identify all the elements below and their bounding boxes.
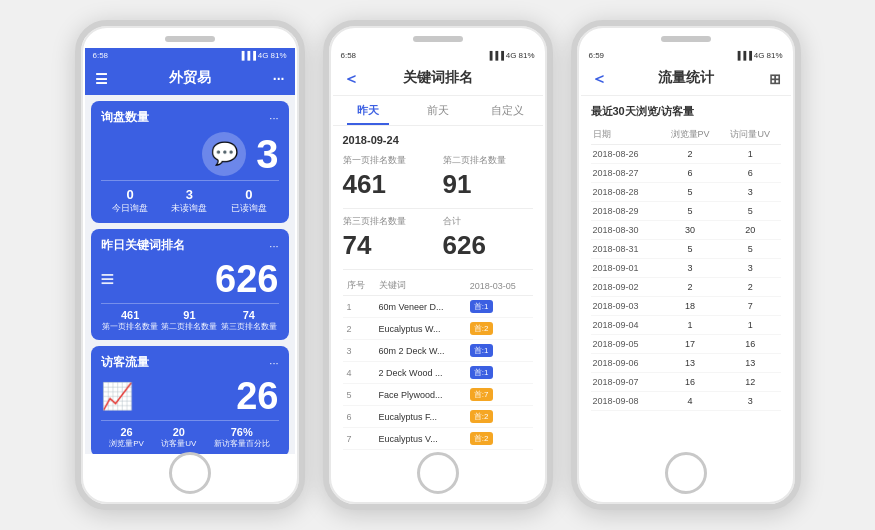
p3-section-title: 最近30天浏览/访客量 <box>591 104 781 119</box>
cell-pv: 3 <box>660 259 720 278</box>
keyword-more[interactable]: ··· <box>269 240 278 252</box>
tab-yesterday[interactable]: 昨天 <box>333 96 403 125</box>
cell-date: 2018-08-31 <box>591 240 661 259</box>
visitor-more[interactable]: ··· <box>269 357 278 369</box>
inquiry-sub-1: 3 未读询盘 <box>171 187 207 215</box>
back-icon-3[interactable]: ＜ <box>591 69 607 90</box>
p2-stats-row-2: 第三页排名数量 74 合计 626 <box>343 215 533 261</box>
cell-badge: 首:1 <box>466 362 533 384</box>
cell-keyword: 60m Veneer D... <box>375 296 466 318</box>
table-row: 7 Eucalyptus V... 首:2 <box>343 428 533 450</box>
visitor-card: 访客流量 ··· 📈 26 26 浏览量PV 20 访客量UV <box>91 346 289 454</box>
network-2: 4G <box>506 51 517 60</box>
cell-badge: 首:1 <box>466 340 533 362</box>
cell-keyword: 2 Deck Wood ... <box>375 362 466 384</box>
time-2: 6:58 <box>341 51 357 60</box>
more-icon-1[interactable]: ··· <box>273 71 285 87</box>
cell-num: 2 <box>343 318 375 340</box>
menu-icon[interactable]: ☰ <box>95 71 108 87</box>
cell-date: 2018-08-26 <box>591 145 661 164</box>
phone-2: 6:58 ▐▐▐ 4G 81% ＜ 关键词排名 昨天 前天 自定义 2018-0… <box>323 20 553 510</box>
cell-uv: 13 <box>720 354 781 373</box>
table-row: 1 60m Veneer D... 首:1 <box>343 296 533 318</box>
signal-3: ▐▐▐ <box>735 51 752 60</box>
kw-sub-1: 91 第二页排名数量 <box>161 309 217 332</box>
list-icon: ≡ <box>101 265 115 293</box>
battery-2: 81% <box>518 51 534 60</box>
cell-date: 2018-09-02 <box>591 278 661 297</box>
p2-stat-1: 第二页排名数量 91 <box>443 154 533 200</box>
p3-th-uv: 访问量UV <box>720 125 781 145</box>
p2-stat-3: 合计 626 <box>443 215 533 261</box>
cell-pv: 6 <box>660 164 720 183</box>
p1-title: 外贸易 <box>169 69 211 85</box>
p3-th-date: 日期 <box>591 125 661 145</box>
cell-badge: 首:2 <box>466 428 533 450</box>
back-icon-2[interactable]: ＜ <box>343 69 359 90</box>
cell-uv: 5 <box>720 240 781 259</box>
inquiry-sub-label-0: 今日询盘 <box>112 203 148 213</box>
network-3: 4G <box>754 51 765 60</box>
p2-title: 关键词排名 <box>403 69 473 85</box>
cell-badge: 首:2 <box>466 318 533 340</box>
table-row: 3 60m 2 Deck W... 首:1 <box>343 340 533 362</box>
p2-divider-1 <box>343 208 533 209</box>
kw-big: 626 <box>215 260 278 298</box>
table-row: 2018-08-27 6 6 <box>591 164 781 183</box>
table-row: 2018-09-06 13 13 <box>591 354 781 373</box>
cell-keyword: Face Plywood... <box>375 384 466 406</box>
cell-uv: 3 <box>720 392 781 411</box>
cell-pv: 16 <box>660 373 720 392</box>
visitor-big: 26 <box>236 377 278 415</box>
table-row: 2018-09-04 1 1 <box>591 316 781 335</box>
tab-custom[interactable]: 自定义 <box>473 96 543 125</box>
status-bar-2: 6:58 ▐▐▐ 4G 81% <box>333 48 543 63</box>
p2-tabs: 昨天 前天 自定义 <box>333 96 543 126</box>
signal-2: ▐▐▐ <box>487 51 504 60</box>
cell-keyword: Eucalyptus V... <box>375 428 466 450</box>
time-1: 6:58 <box>93 51 109 60</box>
table-row: 6 Eucalyptus F... 首:2 <box>343 406 533 428</box>
cell-date: 2018-08-28 <box>591 183 661 202</box>
table-row: 5 Face Plywood... 首:7 <box>343 384 533 406</box>
cell-uv: 5 <box>720 202 781 221</box>
table-row: 2018-09-07 16 12 <box>591 373 781 392</box>
inquiry-sub-val-2: 0 <box>231 187 267 202</box>
cell-num: 1 <box>343 296 375 318</box>
cell-pv: 5 <box>660 202 720 221</box>
p2-stats-row-1: 第一页排名数量 461 第二页排名数量 91 <box>343 154 533 200</box>
p1-content: 询盘数量 ··· 💬 3 0 今日询盘 3 未读询盘 <box>85 95 295 454</box>
visitor-sub-1: 20 访客量UV <box>161 426 196 449</box>
cell-date: 2018-09-04 <box>591 316 661 335</box>
table-row: 2 Eucalyptus W... 首:2 <box>343 318 533 340</box>
cell-badge: 首:1 <box>466 296 533 318</box>
p2-header: ＜ 关键词排名 <box>333 63 543 96</box>
chart-icon: 📈 <box>101 381 133 412</box>
tab-day-before[interactable]: 前天 <box>403 96 473 125</box>
visitor-title: 访客流量 <box>101 354 149 371</box>
table-row: 2018-08-31 5 5 <box>591 240 781 259</box>
time-3: 6:59 <box>589 51 605 60</box>
table-row: 2018-09-08 4 3 <box>591 392 781 411</box>
cell-keyword: Eucalyptus F... <box>375 406 466 428</box>
battery-3: 81% <box>766 51 782 60</box>
cell-pv: 17 <box>660 335 720 354</box>
table-row: 2018-09-02 2 2 <box>591 278 781 297</box>
cell-date: 2018-08-27 <box>591 164 661 183</box>
cell-badge: 首:7 <box>466 384 533 406</box>
cell-pv: 2 <box>660 145 720 164</box>
table-row: 2018-08-28 5 3 <box>591 183 781 202</box>
p3-content: 最近30天浏览/访客量 日期 浏览量PV 访问量UV 2018-08-26 2 … <box>581 96 791 454</box>
keyword-title: 昨日关键词排名 <box>101 237 185 254</box>
inquiry-num: 3 <box>256 134 278 174</box>
cell-num: 6 <box>343 406 375 428</box>
table-row: 2018-09-05 17 16 <box>591 335 781 354</box>
cell-pv: 13 <box>660 354 720 373</box>
th-date: 2018-03-05 <box>466 276 533 296</box>
table-row: 2018-09-03 18 7 <box>591 297 781 316</box>
cell-pv: 2 <box>660 278 720 297</box>
inquiry-more[interactable]: ··· <box>269 112 278 124</box>
grid-icon[interactable]: ⊞ <box>769 71 781 87</box>
p2-divider-2 <box>343 269 533 270</box>
p2-table: 序号 关键词 2018-03-05 1 60m Veneer D... 首:1 … <box>343 276 533 450</box>
